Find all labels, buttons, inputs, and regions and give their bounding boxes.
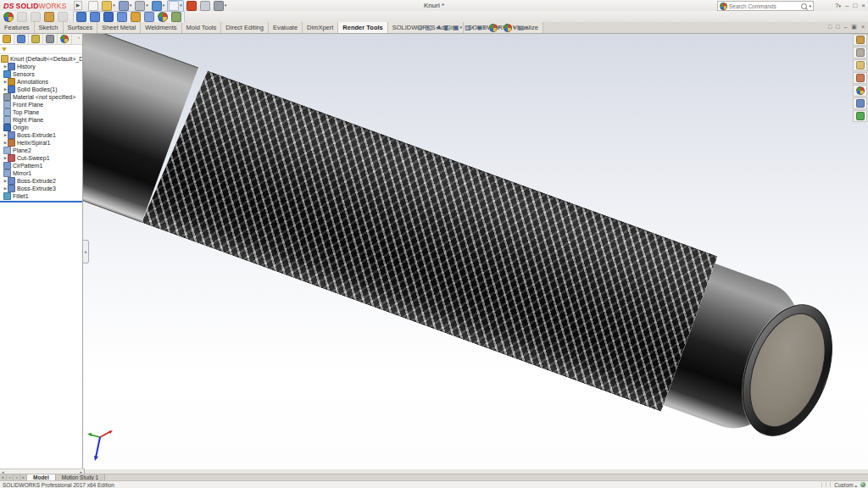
doc-restore-icon[interactable]: ▣ <box>851 24 857 30</box>
units-selector[interactable]: Custom ▴ <box>834 482 857 488</box>
feature-tree-item[interactable]: ▶ Helix/Spiral1 <box>0 139 82 147</box>
commandmanager-tab[interactable]: Weldments <box>141 22 181 33</box>
doc-close-icon[interactable]: × <box>861 24 865 30</box>
preview-window-icon[interactable] <box>89 12 101 22</box>
graphics-viewport[interactable]: ◂ <box>82 33 868 469</box>
design-library-tab[interactable] <box>853 47 867 58</box>
feature-tree-item[interactable]: ▶ Boss-Extrude1 <box>0 131 82 139</box>
commandmanager-tab[interactable]: Render Tools <box>338 22 387 33</box>
save-icon[interactable]: ▾ <box>118 1 133 11</box>
select-icon[interactable]: ▾ <box>167 0 184 12</box>
feature-tree-item[interactable]: Origin <box>0 124 82 131</box>
feature-tree-item[interactable]: Fillet1 <box>0 192 82 200</box>
previous-view-icon[interactable]: ◄ <box>435 24 442 32</box>
status-separator <box>821 482 822 487</box>
feature-tree-item[interactable]: ▶ Annotations <box>0 78 82 86</box>
feature-tree-item[interactable]: ▶ Boss-Extrude2 <box>0 177 82 185</box>
help-icon[interactable]: ?▾ <box>835 2 841 10</box>
doc-new-window-icon[interactable]: □ <box>828 24 832 30</box>
custom-properties-tab[interactable] <box>853 97 867 109</box>
view-palette-tab[interactable] <box>853 72 867 84</box>
file-explorer-tab[interactable] <box>853 59 867 71</box>
network-render-icon[interactable] <box>170 12 182 22</box>
xpress-products-icon[interactable] <box>186 1 198 11</box>
feature-tree-item[interactable]: Top Plane <box>0 108 82 116</box>
restore-icon[interactable]: □ <box>853 2 857 10</box>
zoom-area-icon[interactable]: ◱ <box>426 24 432 32</box>
commandmanager-tab[interactable]: Surfaces <box>64 22 98 33</box>
feature-tree-item[interactable]: Right Plane <box>0 116 82 124</box>
print-icon[interactable]: ▾ <box>134 1 149 11</box>
edit-decal-icon[interactable] <box>57 12 69 22</box>
open-icon[interactable]: ▾ <box>101 1 116 11</box>
search-icon[interactable] <box>801 3 807 9</box>
displaymanager-tab[interactable] <box>58 33 72 44</box>
filter-funnel-icon[interactable] <box>2 47 7 52</box>
edit-appearance-icon[interactable] <box>3 12 14 22</box>
doc-tile-icon[interactable]: □ <box>836 24 839 30</box>
feature-tree-item[interactable]: Knurl (Default<<Default>_Display State 1 <box>0 55 82 63</box>
view-orientation-icon[interactable]: ▣ ▾ <box>453 24 462 32</box>
search-options-caret-icon[interactable]: ▾ <box>809 4 811 8</box>
pane-expand-chevron-icon[interactable]: › <box>78 33 82 44</box>
edit-scene-icon[interactable] <box>43 12 55 22</box>
configurationmanager-tab[interactable] <box>29 33 43 44</box>
solidworks-forum-tab[interactable] <box>853 110 867 122</box>
apply-scene-icon[interactable]: ▾ <box>503 24 515 32</box>
hide-show-items-icon[interactable]: ◉ ▾ <box>476 24 486 32</box>
feature-tree-item[interactable]: ▶ Cut-Sweep1 <box>0 154 82 162</box>
rollback-bar[interactable] <box>0 201 82 202</box>
final-render-icon[interactable] <box>103 12 114 22</box>
menu-flyout-arrow-icon[interactable]: ▶ <box>74 1 83 10</box>
feature-tree-item[interactable]: ▶ Solid Bodies(1) <box>0 86 82 93</box>
featuremanager-pane-tabs: › <box>0 33 82 45</box>
commandmanager-tab[interactable]: Sketch <box>35 22 64 33</box>
render-region-icon[interactable] <box>116 12 128 22</box>
commandmanager-tab[interactable]: Direct Editing <box>221 22 269 33</box>
zoom-fit-icon[interactable]: ◎ <box>417 24 423 32</box>
knurl-part-model[interactable] <box>82 33 823 450</box>
view-settings-icon[interactable]: ▤ ▾ <box>518 24 527 32</box>
feature-tree-item[interactable]: Mirror1 <box>0 169 82 177</box>
minimize-icon[interactable]: – <box>845 2 849 10</box>
feature-tree-item[interactable]: Plane2 <box>0 147 82 154</box>
recall-last-render-icon[interactable] <box>143 12 155 22</box>
feature-tree-item[interactable]: Material <not specified> <box>0 93 82 101</box>
photoview-options-icon[interactable] <box>157 12 169 22</box>
doc-minimize-icon[interactable]: – <box>843 24 847 30</box>
feature-tree-item[interactable]: ▶ Boss-Extrude3 <box>0 185 82 192</box>
appearances-scenes-tab[interactable] <box>853 85 867 97</box>
cut-sweep-icon <box>8 154 15 162</box>
solidworks-resources-tab[interactable] <box>853 34 867 46</box>
featuremanager-tree-tab[interactable] <box>0 33 14 44</box>
pane-collapse-handle[interactable]: ◂ <box>82 240 89 263</box>
new-document-icon[interactable] <box>87 1 99 11</box>
file-properties-icon[interactable] <box>199 1 211 11</box>
web-help-globe-icon[interactable] <box>860 482 865 487</box>
undo-icon[interactable]: ▾ <box>151 1 166 11</box>
display-style-icon[interactable]: ▨ ▾ <box>465 24 474 32</box>
feature-tree-item[interactable]: CirPattern1 <box>0 162 82 169</box>
integrated-preview-icon[interactable] <box>75 12 87 22</box>
commandmanager-tab[interactable]: Features <box>0 22 35 33</box>
options-icon[interactable]: ▾ <box>213 1 228 11</box>
feature-tree-item[interactable]: Front Plane <box>0 101 82 108</box>
edit-appearance-icon[interactable]: ▾ <box>488 24 501 32</box>
propertymanager-tab[interactable] <box>14 33 29 44</box>
close-icon[interactable]: × <box>861 2 865 10</box>
commandmanager-tab[interactable]: DimXpert <box>303 22 338 33</box>
feature-tree-item[interactable]: Sensors <box>0 70 82 78</box>
commandmanager-tab[interactable]: Sheet Metal <box>97 22 141 33</box>
search-input[interactable] <box>729 3 799 9</box>
commandmanager-tab[interactable]: Evaluate <box>269 22 303 33</box>
commandmanager-tab[interactable]: Mold Tools <box>182 22 222 33</box>
dimxpertmanager-tab[interactable] <box>43 33 58 44</box>
feature-tree-item[interactable]: ▶ History <box>0 63 82 70</box>
paste-appearance-icon[interactable] <box>30 12 42 22</box>
knurled-section[interactable] <box>142 67 717 411</box>
search-commands-box[interactable]: ▾ <box>717 1 814 11</box>
section-view-icon[interactable]: ◧ <box>443 24 450 32</box>
copy-appearance-icon[interactable] <box>16 12 28 22</box>
schedule-render-icon[interactable] <box>130 12 142 22</box>
plane-icon <box>3 116 11 124</box>
